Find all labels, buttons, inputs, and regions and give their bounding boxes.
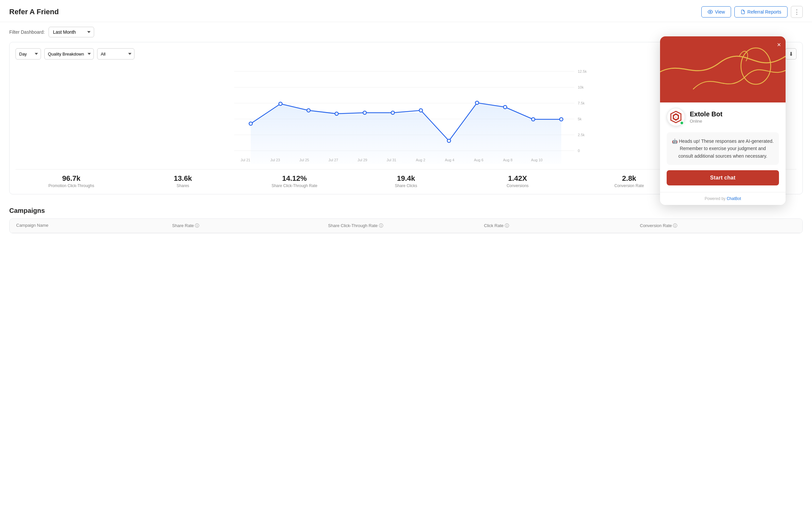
svg-text:12.5k: 12.5k [578,69,587,74]
svg-text:Jul 27: Jul 27 [328,158,338,162]
col-click-rate: Click Rate ⓘ [484,223,640,229]
svg-point-13 [249,122,252,125]
filter-label: Filter Dashboard: [9,29,45,35]
download-button[interactable]: ⬇ [785,48,796,59]
referral-reports-button[interactable]: Referral Reports [734,6,788,18]
filter-select[interactable]: All Shares Conversions [97,48,135,59]
col-share-ctr: Share Click-Through Rate ⓘ [328,223,484,229]
svg-text:Jul 31: Jul 31 [386,158,396,162]
online-indicator [680,121,684,125]
bot-status: Online [690,119,723,124]
stat-shares: 13.6k Shares [127,174,239,188]
chat-widget: × e Extole Bot Online 🤖 Heads up! These … [660,36,786,205]
svg-text:Aug 8: Aug 8 [503,158,513,162]
filter-dashboard-select[interactable]: Last Month This Month Last 7 Days Custom… [49,27,94,37]
download-icon: ⬇ [789,51,793,57]
svg-point-20 [447,139,451,142]
bot-name: Extole Bot [690,110,723,118]
svg-point-22 [503,106,507,109]
col-campaign-name: Campaign Name [16,223,172,229]
svg-text:Aug 10: Aug 10 [531,158,543,162]
view-button[interactable]: View [701,6,731,18]
table-header: Campaign Name Share Rate ⓘ Share Click-T… [9,219,803,233]
metric-select[interactable]: Quality Breakdown All Shares Conversions [44,48,94,59]
bot-avatar: e [667,108,685,126]
bot-info-text: Extole Bot Online [690,110,723,124]
stat-conversions-ratio: 1.42X Conversions [462,174,574,188]
svg-text:Jul 23: Jul 23 [270,158,280,162]
page-header: Refer A Friend View Referral Reports ⋮ [0,0,812,22]
period-select[interactable]: Day Week Month [16,48,41,59]
svg-text:5k: 5k [578,117,582,121]
start-chat-button[interactable]: Start chat [667,170,779,186]
chatbot-link[interactable]: ChatBot [727,196,741,201]
svg-text:Jul 25: Jul 25 [299,158,309,162]
eye-icon [707,9,713,15]
col-conversion-rate: Conversion Rate ⓘ [640,223,796,229]
svg-point-17 [363,111,366,114]
more-button[interactable]: ⋮ [791,6,803,18]
svg-point-21 [475,101,479,105]
svg-text:Jul 29: Jul 29 [357,158,367,162]
svg-text:Jul 21: Jul 21 [240,158,250,162]
svg-text:Aug 2: Aug 2 [416,158,426,162]
chat-close-button[interactable]: × [777,41,781,49]
svg-text:0: 0 [578,149,580,153]
svg-point-24 [560,118,563,121]
svg-point-16 [335,112,338,115]
chat-bot-info: e Extole Bot Online [667,103,779,130]
svg-text:10k: 10k [578,85,584,89]
stat-share-ctr: 14.12% Share Click-Through Rate [238,174,350,188]
chat-header: × [660,36,786,103]
page-title: Refer A Friend [9,8,59,16]
chat-body: e Extole Bot Online 🤖 Heads up! These re… [660,103,786,192]
svg-point-19 [419,109,423,112]
chat-notice: 🤖 Heads up! These responses are AI-gener… [667,132,779,165]
svg-text:7.5k: 7.5k [578,101,585,105]
stat-promotion-clicks: 96.7k Promotion Click-Throughs [16,174,127,188]
svg-point-14 [279,102,282,106]
chat-footer: Powered by ChatBot [660,192,786,205]
svg-text:Aug 6: Aug 6 [474,158,484,162]
svg-text:Aug 4: Aug 4 [445,158,455,162]
document-icon [741,9,745,14]
chat-header-decoration [660,36,786,103]
svg-point-15 [307,109,310,112]
header-actions: View Referral Reports ⋮ [701,6,803,18]
close-icon: × [777,41,781,48]
svg-point-18 [391,111,395,114]
campaigns-table: Campaign Name Share Rate ⓘ Share Click-T… [9,219,803,233]
svg-point-36 [741,48,771,84]
svg-point-23 [531,118,535,121]
col-share-rate: Share Rate ⓘ [172,223,328,229]
svg-text:2.5k: 2.5k [578,133,585,137]
svg-point-0 [709,11,711,12]
stat-share-clicks: 19.4k Share Clicks [350,174,462,188]
